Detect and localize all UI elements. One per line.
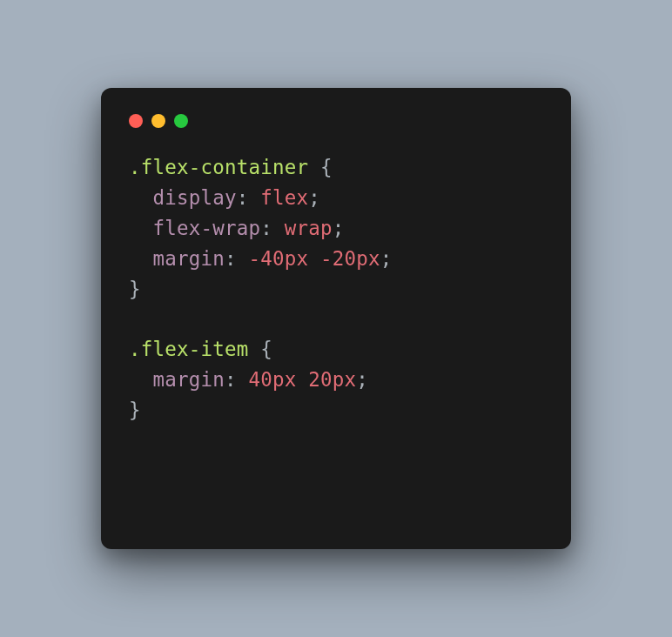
selector: .flex-item <box>129 338 248 360</box>
colon: : <box>260 217 272 239</box>
space <box>237 368 249 391</box>
value: wrap <box>285 217 333 239</box>
property: margin <box>153 247 225 270</box>
indent <box>129 186 153 209</box>
semicolon: ; <box>308 186 320 209</box>
value: -40px -20px <box>248 247 380 270</box>
code-block: .flex-container { display: flex; flex-wr… <box>129 152 543 426</box>
minimize-icon[interactable] <box>151 114 165 128</box>
close-brace: } <box>129 278 141 300</box>
zoom-icon[interactable] <box>174 114 188 128</box>
window-titlebar <box>129 109 543 152</box>
open-brace: { <box>320 156 333 178</box>
close-icon[interactable] <box>129 114 143 128</box>
space <box>308 156 320 178</box>
colon: : <box>225 247 237 270</box>
property: display <box>153 186 237 209</box>
close-brace: } <box>129 399 141 421</box>
space <box>248 338 260 360</box>
selector: .flex-container <box>129 156 308 178</box>
semicolon: ; <box>356 368 368 391</box>
property: flex-wrap <box>153 217 261 239</box>
space <box>237 247 249 270</box>
value: 40px 20px <box>248 368 356 391</box>
indent <box>129 217 153 239</box>
semicolon: ; <box>333 217 345 239</box>
space <box>272 217 285 239</box>
indent <box>129 247 153 270</box>
code-window: .flex-container { display: flex; flex-wr… <box>101 88 571 549</box>
colon: : <box>225 368 237 391</box>
value: flex <box>260 186 308 209</box>
space <box>248 186 260 209</box>
open-brace: { <box>260 338 272 360</box>
colon: : <box>237 186 249 209</box>
indent <box>129 368 153 391</box>
semicolon: ; <box>380 247 393 270</box>
property: margin <box>153 368 225 391</box>
